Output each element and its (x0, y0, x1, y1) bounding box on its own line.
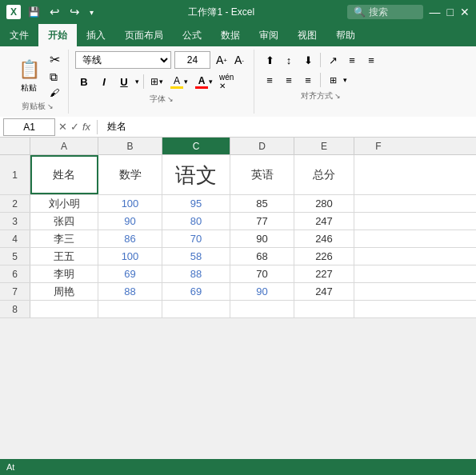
tab-review[interactable]: 审阅 (250, 24, 288, 46)
font-expand-icon[interactable]: ↘ (167, 95, 174, 103)
cell-d7[interactable]: 90 (230, 283, 294, 300)
cell-f4[interactable] (354, 230, 402, 247)
cell-c3[interactable]: 80 (162, 213, 230, 230)
clipboard-expand-icon[interactable]: ↘ (47, 102, 54, 110)
cell-d6[interactable]: 70 (230, 265, 294, 282)
cell-e3[interactable]: 247 (294, 213, 354, 230)
cell-e1[interactable]: 总分 (294, 155, 354, 194)
row-header-7[interactable]: 7 (0, 283, 30, 300)
align-middle-button[interactable]: ↕ (280, 51, 298, 69)
tab-page-layout[interactable]: 页面布局 (115, 24, 173, 46)
copy-button[interactable]: ⧉ (48, 70, 62, 85)
cell-d8[interactable] (230, 301, 294, 317)
cell-e2[interactable]: 280 (294, 195, 354, 212)
cut-button[interactable]: ✂ (48, 51, 62, 68)
border-dropdown-icon[interactable]: ▾ (159, 78, 163, 86)
cell-d4[interactable]: 90 (230, 230, 294, 247)
cell-f1[interactable] (354, 155, 402, 194)
cell-a3[interactable]: 张四 (30, 213, 98, 230)
cell-e8[interactable] (294, 301, 354, 317)
cell-f2[interactable] (354, 195, 402, 212)
tab-file[interactable]: 文件 (0, 24, 38, 46)
tab-insert[interactable]: 插入 (77, 24, 115, 46)
search-box[interactable]: 🔍 (347, 5, 423, 19)
row-header-3[interactable]: 3 (0, 213, 30, 230)
undo-button[interactable]: ↩ (47, 3, 62, 21)
font-name-select[interactable]: 等线 (75, 51, 171, 69)
indent-more-button[interactable]: ≡ (343, 51, 361, 69)
alignment-expand-icon[interactable]: ↘ (334, 92, 341, 100)
quick-access-dropdown[interactable]: ▾ (87, 6, 96, 18)
cell-b3[interactable]: 90 (98, 213, 162, 230)
wrap-text-button[interactable]: wén✕ (218, 71, 235, 92)
cell-b2[interactable]: 100 (98, 195, 162, 212)
cell-a2[interactable]: 刘小明 (30, 195, 98, 212)
minimize-button[interactable]: — (430, 6, 441, 18)
row-header-6[interactable]: 6 (0, 265, 30, 282)
cell-c6[interactable]: 88 (162, 265, 230, 282)
cell-a8[interactable] (30, 301, 98, 317)
cell-f3[interactable] (354, 213, 402, 230)
fill-color-dropdown[interactable]: ▾ (184, 78, 188, 86)
row-header-1[interactable]: 1 (0, 155, 30, 194)
format-painter-button[interactable]: 🖌 (48, 86, 62, 99)
tab-data[interactable]: 数据 (211, 24, 250, 46)
u-dropdown[interactable]: ▾ (135, 78, 139, 86)
cell-f6[interactable] (354, 265, 402, 282)
underline-button[interactable]: U (115, 73, 133, 90)
cell-f5[interactable] (354, 248, 402, 265)
cell-b1[interactable]: 数学 (98, 155, 162, 194)
restore-button[interactable]: □ (447, 6, 454, 18)
font-color-button[interactable]: A ▾ (193, 74, 215, 90)
close-button[interactable]: ✕ (460, 6, 470, 18)
cell-b7[interactable]: 88 (98, 283, 162, 300)
cell-c7[interactable]: 69 (162, 283, 230, 300)
cell-d2[interactable]: 85 (230, 195, 294, 212)
cell-e7[interactable]: 247 (294, 283, 354, 300)
col-header-c[interactable]: C (162, 138, 230, 154)
cell-e4[interactable]: 246 (294, 230, 354, 247)
tab-help[interactable]: 帮助 (326, 24, 365, 46)
search-input[interactable] (369, 6, 417, 18)
decrease-font-size-button[interactable]: A- (231, 52, 247, 68)
confirm-formula-icon[interactable]: ✓ (70, 121, 79, 133)
row-header-2[interactable]: 2 (0, 195, 30, 212)
col-header-d[interactable]: D (230, 138, 294, 154)
align-top-button[interactable]: ⬆ (261, 51, 278, 69)
cell-f7[interactable] (354, 283, 402, 300)
cell-a4[interactable]: 李三 (30, 230, 98, 247)
cell-a1[interactable]: 姓名 (30, 155, 98, 194)
cell-d3[interactable]: 77 (230, 213, 294, 230)
tab-home[interactable]: 开始 (38, 24, 77, 46)
cell-d1[interactable]: 英语 (230, 155, 294, 194)
col-header-f[interactable]: F (354, 138, 402, 154)
redo-button[interactable]: ↪ (67, 3, 82, 21)
text-direction-button[interactable]: ↗ (324, 51, 342, 69)
align-right-button[interactable]: ≡ (299, 71, 317, 89)
bold-button[interactable]: B (75, 73, 93, 90)
paste-button[interactable]: 📋 粘贴 (13, 55, 45, 95)
cell-c2[interactable]: 95 (162, 195, 230, 212)
cell-a7[interactable]: 周艳 (30, 283, 98, 300)
col-header-b[interactable]: B (98, 138, 162, 154)
increase-font-size-button[interactable]: A+ (214, 52, 230, 68)
cell-b4[interactable]: 86 (98, 230, 162, 247)
merge-dropdown-icon[interactable]: ▾ (343, 76, 347, 84)
cell-b6[interactable]: 69 (98, 265, 162, 282)
cancel-formula-icon[interactable]: ✕ (58, 121, 67, 133)
cell-a5[interactable]: 王五 (30, 248, 98, 265)
font-size-input[interactable] (174, 51, 210, 69)
fill-color-button[interactable]: A ▾ (168, 74, 190, 90)
tab-view[interactable]: 视图 (288, 24, 326, 46)
merge-cells-button[interactable]: ⊞ (324, 71, 342, 89)
cell-d5[interactable]: 68 (230, 248, 294, 265)
cell-b5[interactable]: 100 (98, 248, 162, 265)
cell-b8[interactable] (98, 301, 162, 317)
col-header-e[interactable]: E (294, 138, 354, 154)
cell-a6[interactable]: 李明 (30, 265, 98, 282)
cell-c1[interactable]: 语文 (162, 155, 230, 194)
cell-c8[interactable] (162, 301, 230, 317)
col-header-a[interactable]: A (30, 138, 98, 154)
formula-input[interactable] (104, 122, 473, 133)
indent-less-button[interactable]: ≡ (362, 51, 380, 69)
